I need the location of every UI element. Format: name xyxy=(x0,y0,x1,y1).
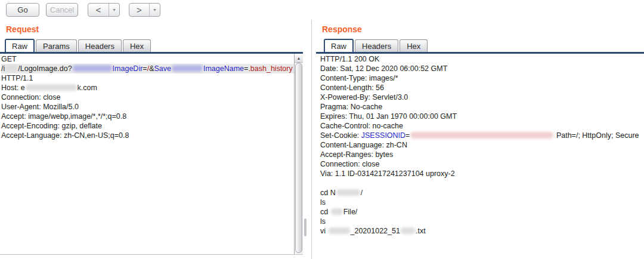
code-line: Connection: close xyxy=(1,92,294,102)
code-text: HTTP/1.1 200 OK xyxy=(320,55,379,63)
redacted-blur xyxy=(26,84,77,91)
code-text: X-Powered-By: Servlet/3.0 xyxy=(320,93,408,101)
caret-down-icon[interactable]: ▼ xyxy=(109,4,119,16)
code-text: Pragma: No-cache xyxy=(320,103,382,111)
redacted-blur xyxy=(73,65,112,72)
scrollbar-thumb[interactable] xyxy=(295,63,302,253)
code-line: HTTP/1.1 200 OK xyxy=(320,54,644,64)
code-line: HTTP/1.1 xyxy=(1,73,294,83)
response-tab-bar: RawHeadersHex xyxy=(324,39,429,52)
code-text: Connection: close xyxy=(320,160,379,168)
code-text: cd xyxy=(320,208,330,216)
code-text: / xyxy=(361,189,363,197)
code-text: = xyxy=(405,131,410,140)
code-line: Host: ek.com xyxy=(1,83,294,92)
tab-params[interactable]: Params xyxy=(36,39,77,52)
code-line: Accept: image/webp,image/*,*/*;q=0.8 xyxy=(1,112,294,121)
code-line: Content-Language: zh-CN xyxy=(320,140,644,150)
tab-raw[interactable]: Raw xyxy=(324,39,354,52)
code-text: Content-Type: images/* xyxy=(320,74,398,82)
code-line: GET xyxy=(1,54,294,64)
code-text: Connection: close xyxy=(1,93,60,101)
code-line xyxy=(320,178,644,188)
code-text: Accept-Encoding: gzip, deflate xyxy=(1,122,102,130)
code-line: Set-Cookie: JSESSIONID= Path=/; HttpOnly… xyxy=(320,131,644,140)
go-button[interactable]: Go xyxy=(6,3,39,17)
code-text: .txt xyxy=(416,227,426,235)
panel-divider[interactable] xyxy=(311,20,312,259)
code-line: X-Powered-By: Servlet/3.0 xyxy=(320,92,644,102)
code-line: Content-Type: images/* xyxy=(320,73,644,83)
code-text: Content-Length: 56 xyxy=(320,84,384,92)
code-line: ls xyxy=(320,217,644,226)
code-text: Date: Sat, 12 Dec 2020 06:00:52 GMT xyxy=(320,64,447,73)
code-line: Accept-Encoding: gzip, deflate xyxy=(1,121,294,131)
previous-arrow-icon: < xyxy=(88,4,109,16)
tab-headers[interactable]: Headers xyxy=(78,39,122,52)
redacted-blur xyxy=(410,132,553,138)
code-line: Pragma: No-cache xyxy=(320,102,644,112)
splitter-grip[interactable] xyxy=(304,218,306,236)
next-request-button[interactable]: > ▼ xyxy=(129,3,160,17)
redacted-blur xyxy=(331,208,343,215)
code-text: HTTP/1.1 xyxy=(1,74,33,82)
code-text: Expires: Thu, 01 Jan 1970 00:00:00 GMT xyxy=(320,112,457,121)
code-text: k.com xyxy=(78,84,97,92)
code-line: ls xyxy=(320,198,644,207)
code-text: Host: e xyxy=(1,84,25,92)
code-text: .bash_history xyxy=(248,64,292,73)
code-text: Accept-Ranges: bytes xyxy=(320,150,393,159)
redacted-blur xyxy=(5,65,17,72)
code-line: User-Agent: Mozilla/5.0 xyxy=(1,102,294,112)
code-text: Cache-Control: no-cache xyxy=(320,122,403,130)
code-line: Connection: close xyxy=(320,159,644,169)
code-text: ls xyxy=(320,198,326,206)
previous-request-button[interactable]: < ▼ xyxy=(88,3,120,17)
code-text: cd N xyxy=(320,189,336,197)
code-line: Content-Length: 56 xyxy=(320,83,644,92)
next-arrow-icon: > xyxy=(129,4,149,16)
scroll-up-icon[interactable]: ▲ xyxy=(295,54,303,63)
code-text: GET xyxy=(1,55,17,63)
code-text: ls xyxy=(320,217,326,226)
code-line: Cache-Control: no-cache xyxy=(320,121,644,131)
code-text: Path=/; HttpOnly; Secure xyxy=(554,131,639,140)
request-panel-title: Request xyxy=(6,24,39,34)
redacted-blur xyxy=(401,227,415,234)
redacted-blur xyxy=(172,65,203,72)
tab-hex[interactable]: Hex xyxy=(123,39,151,52)
code-text: Set-Cookie: xyxy=(320,131,361,140)
code-line: Expires: Thu, 01 Jan 1970 00:00:00 GMT xyxy=(320,112,644,121)
code-text: Content-Language: zh-CN xyxy=(320,141,407,149)
caret-down-icon[interactable]: ▼ xyxy=(149,4,160,16)
code-line: vi _20201022_51.txt xyxy=(320,226,644,236)
code-line: cd N/ xyxy=(320,188,644,198)
code-text: vi xyxy=(320,227,328,235)
tab-headers[interactable]: Headers xyxy=(355,39,398,52)
code-text: /i xyxy=(1,64,5,73)
code-text: Via: 1.1 ID-0314217241237104 uproxy-2 xyxy=(320,169,455,178)
tab-hex[interactable]: Hex xyxy=(400,39,428,52)
code-text: /LogoImage.do? xyxy=(18,64,72,73)
code-text: Accept: image/webp,image/*,*/*;q=0.8 xyxy=(1,112,126,121)
request-scrollbar[interactable]: ▲ xyxy=(294,54,303,254)
response-viewer[interactable]: HTTP/1.1 200 OKDate: Sat, 12 Dec 2020 06… xyxy=(316,52,644,259)
cancel-button[interactable]: Cancel xyxy=(46,3,78,17)
code-line: /i/LogoImage.do?ImageDir=/&SaveImageName… xyxy=(1,64,294,73)
code-text: File/ xyxy=(343,208,358,216)
code-text: ImageDir xyxy=(113,64,143,73)
code-text: Save xyxy=(154,64,171,73)
code-text: Accept-Language: zh-CN,en-US;q=0.8 xyxy=(1,131,129,140)
tab-raw[interactable]: Raw xyxy=(5,39,35,52)
code-text: _20201022_51 xyxy=(351,227,400,235)
redacted-blur xyxy=(336,189,360,196)
code-text: User-Agent: Mozilla/5.0 xyxy=(1,103,79,111)
response-panel-title: Response xyxy=(322,24,362,34)
code-text: ImageName xyxy=(203,64,244,73)
code-line: cd File/ xyxy=(320,207,644,217)
code-line: Date: Sat, 12 Dec 2020 06:00:52 GMT xyxy=(320,64,644,73)
request-editor[interactable]: GET/i/LogoImage.do?ImageDir=/&SaveImageN… xyxy=(0,52,303,255)
code-line: Accept-Language: zh-CN,en-US;q=0.8 xyxy=(1,131,294,140)
code-text: = xyxy=(143,64,147,73)
request-raw-text[interactable]: GET/i/LogoImage.do?ImageDir=/&SaveImageN… xyxy=(0,54,294,254)
